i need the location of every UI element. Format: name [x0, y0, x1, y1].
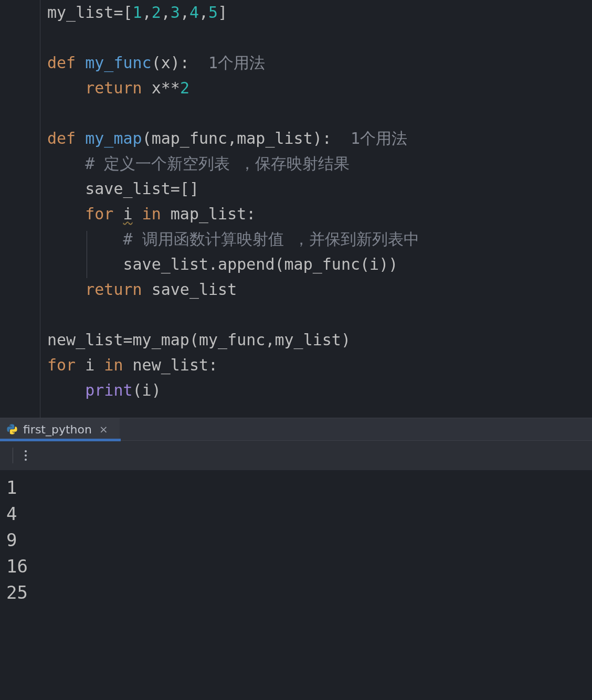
close-icon[interactable]: ×: [97, 423, 110, 436]
active-tab-indicator: [0, 439, 121, 441]
code-content: my_list=[1,2,3,4,5] def my_func(x): 1个用法…: [0, 0, 592, 403]
run-tab-label: first_python: [23, 423, 92, 436]
code-token: my_list: [47, 3, 113, 22]
usage-hint: 1个用法: [189, 54, 265, 72]
usage-hint: 1个用法: [332, 129, 407, 147]
run-toolbar: [0, 440, 592, 470]
code-editor[interactable]: my_list=[1,2,3,4,5] def my_func(x): 1个用法…: [0, 0, 592, 418]
console-line: 1: [6, 474, 584, 501]
more-actions-icon[interactable]: [22, 447, 30, 464]
python-icon: [6, 423, 18, 435]
run-tab-first-python[interactable]: first_python ×: [0, 418, 120, 440]
console-line: 4: [6, 501, 584, 527]
editor-gutter: [0, 0, 40, 418]
console-output[interactable]: 1 4 9 16 25: [0, 470, 592, 616]
console-line: 16: [6, 553, 584, 579]
console-line: 9: [6, 527, 584, 553]
console-line: 25: [6, 579, 584, 606]
toolbar-separator: [13, 448, 13, 463]
indent-guide: [87, 231, 87, 278]
warning-token: i: [123, 205, 133, 223]
run-tab-bar: first_python ×: [0, 418, 592, 440]
